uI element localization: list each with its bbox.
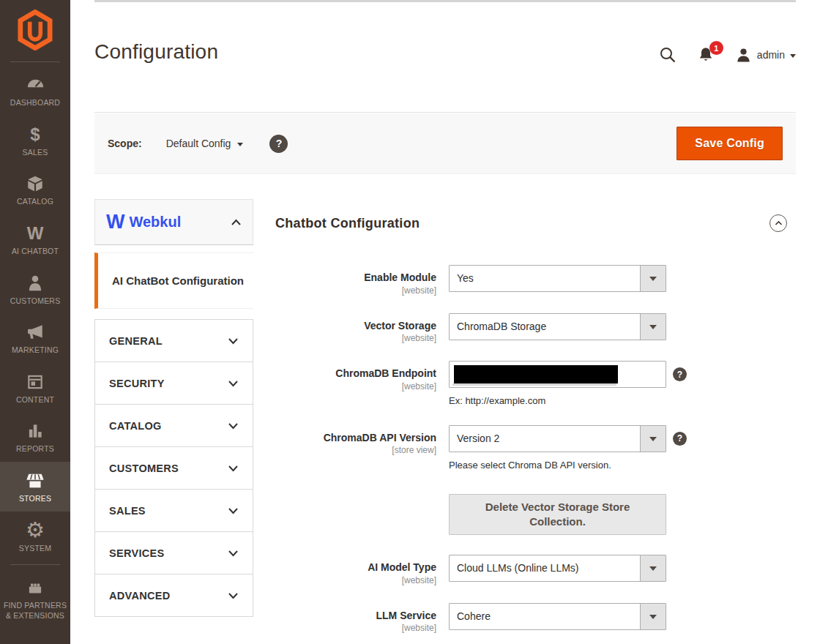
sidebar-item-system[interactable]: ⚙ SYSTEM: [0, 512, 70, 561]
vector-storage-select[interactable]: ChromaDB Storage: [449, 313, 666, 340]
sidebar-item-find-partners[interactable]: FIND PARTNERS & EXTENSIONS: [0, 569, 70, 628]
reports-icon: [26, 420, 45, 442]
page-title: Configuration: [94, 40, 218, 64]
system-gear-icon: ⚙: [26, 520, 45, 542]
select-value: ChromaDB Storage: [450, 314, 640, 340]
admin-user-menu[interactable]: admin: [735, 47, 796, 64]
customers-icon: [26, 272, 45, 294]
nav-section-label: SERVICES: [109, 547, 164, 559]
sidebar-item-label: CATALOG: [17, 197, 53, 207]
save-config-button[interactable]: Save Config: [676, 127, 783, 160]
redacted-value: [454, 365, 618, 383]
scope-switcher[interactable]: Default Config: [166, 138, 244, 149]
sidebar-divider: [10, 61, 60, 62]
webkul-panel-header[interactable]: W Webkul: [94, 199, 253, 245]
content: W Webkul AI ChatBot Configuration GENERA…: [70, 174, 820, 644]
dashboard-icon: [26, 74, 45, 96]
chevron-down-icon: [228, 334, 239, 348]
nav-section-label: ADVANCED: [109, 590, 171, 602]
sidebar-nav: DASHBOARD $ SALES CATALOG W AI CHATBOT C…: [0, 66, 70, 629]
field-scope-note: [website]: [275, 381, 436, 392]
admin-username: admin: [757, 49, 785, 61]
content-icon: [26, 371, 45, 393]
field-label-text: AI Model Type: [275, 561, 436, 574]
api-version-help-icon[interactable]: ?: [673, 432, 687, 446]
sidebar-item-content[interactable]: CONTENT: [0, 363, 70, 413]
magento-logo-icon[interactable]: [0, 0, 70, 58]
sidebar-item-dashboard[interactable]: DASHBOARD: [0, 66, 70, 116]
field-label-text: Enable Module: [275, 272, 436, 285]
chromadb-endpoint-input[interactable]: [449, 361, 666, 388]
sidebar-item-catalog[interactable]: CATALOG: [0, 165, 70, 214]
sidebar-item-label: REPORTS: [16, 444, 54, 454]
select-arrow-icon: [640, 555, 666, 581]
collapse-section-button[interactable]: [769, 214, 787, 232]
notification-badge: 1: [709, 41, 723, 55]
nav-section-services[interactable]: SERVICES: [95, 532, 253, 574]
field-label: ChromaDB API Version [store view]: [275, 425, 436, 472]
ai-model-type-select[interactable]: Cloud LLMs (Online LLMs): [449, 555, 666, 582]
field-label-text: Vector Storage: [275, 320, 436, 333]
chevron-down-icon: [237, 143, 243, 146]
field-label: Vector Storage [website]: [275, 313, 436, 344]
nav-section-catalog[interactable]: CATALOG: [95, 405, 253, 447]
sidebar-item-stores[interactable]: STORES: [0, 462, 70, 512]
header-divider: [94, 112, 796, 113]
field-label: Enable Module [website]: [275, 265, 436, 296]
sidebar-item-ai-chatbot[interactable]: W AI CHATBOT: [0, 214, 70, 264]
sidebar-item-label: AI CHATBOT: [12, 247, 59, 257]
field-scope-note: [website]: [275, 333, 436, 343]
endpoint-help-icon[interactable]: ?: [673, 367, 687, 381]
llm-service-select[interactable]: Cohere: [449, 603, 666, 630]
scope-controls: Scope: Default Config ?: [108, 135, 288, 153]
select-value: Cohere: [450, 604, 640, 629]
webkul-logo-icon: W: [106, 212, 124, 232]
select-arrow-icon: [640, 604, 666, 629]
page: Configuration 1 admin Scope: Default Con…: [70, 0, 820, 644]
form-row-chromadb-api-version: ChromaDB API Version [store view] Versio…: [275, 425, 796, 472]
nav-item-ai-chatbot-configuration[interactable]: AI ChatBot Configuration: [94, 252, 253, 309]
nav-section-label: SECURITY: [109, 378, 165, 389]
chevron-down-icon: [228, 419, 239, 433]
ai-chatbot-icon: W: [27, 222, 44, 244]
notifications-button[interactable]: 1: [697, 46, 715, 64]
nav-section-security[interactable]: SECURITY: [95, 362, 253, 405]
search-icon[interactable]: [659, 46, 676, 64]
chevron-down-icon: [228, 377, 239, 390]
nav-section-label: CATALOG: [109, 420, 162, 432]
section-title: Chatbot Configuration: [275, 216, 420, 231]
field-label-text: ChromaDB Endpoint: [275, 367, 436, 381]
nav-section-general[interactable]: GENERAL: [95, 320, 253, 362]
field-label-text: ChromaDB API Version: [275, 432, 436, 445]
sales-icon: $: [30, 124, 40, 146]
scope-help-icon[interactable]: ?: [269, 135, 288, 153]
sidebar-item-marketing[interactable]: MARKETING: [0, 313, 70, 363]
nav-section-sales[interactable]: SALES: [95, 490, 253, 532]
webkul-vendor-name: Webkul: [129, 214, 181, 231]
nav-section-label: CUSTOMERS: [109, 463, 179, 474]
sidebar-item-label: MARKETING: [12, 345, 59, 356]
header-actions: 1 admin: [659, 46, 796, 64]
field-label: LLM Service [website]: [275, 603, 436, 634]
field-scope-note: [website]: [275, 623, 436, 633]
sidebar-item-sales[interactable]: $ SALES: [0, 116, 70, 165]
select-value: Yes: [450, 266, 640, 291]
chromadb-api-version-select[interactable]: Version 2: [449, 425, 666, 452]
enable-module-select[interactable]: Yes: [449, 265, 666, 292]
form-row-chromadb-endpoint: ChromaDB Endpoint [website] Ex: http://e…: [275, 361, 796, 408]
form-row-llm-service: LLM Service [website] Cohere: [275, 603, 796, 634]
delete-vector-storage-button[interactable]: Delete Vector Storage Store Collection.: [449, 494, 666, 536]
chevron-down-icon: [228, 462, 239, 475]
select-value: Version 2: [450, 426, 640, 452]
chevron-down-icon: [228, 504, 239, 517]
sidebar-item-customers[interactable]: CUSTOMERS: [0, 264, 70, 314]
sidebar-item-label: SYSTEM: [19, 544, 51, 554]
chevron-down-icon: [228, 589, 239, 602]
nav-section-advanced[interactable]: ADVANCED: [95, 574, 253, 617]
sidebar-item-reports[interactable]: REPORTS: [0, 412, 70, 462]
field-label: AI Model Type [website]: [275, 555, 436, 585]
sidebar-item-label: SALES: [23, 148, 48, 158]
form-row-vector-storage: Vector Storage [website] ChromaDB Storag…: [275, 313, 796, 344]
field-hint: Ex: http://example.com: [449, 395, 666, 408]
nav-section-customers[interactable]: CUSTOMERS: [95, 447, 253, 490]
